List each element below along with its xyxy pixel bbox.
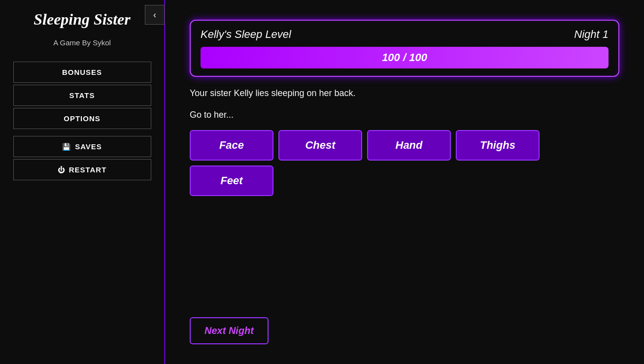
sleep-level-label: Kelly's Sleep Level xyxy=(201,28,291,41)
back-icon: ‹ xyxy=(153,10,156,20)
saves-label: SAVES xyxy=(75,142,102,151)
thighs-button[interactable]: Thighs xyxy=(456,130,540,161)
stats-button[interactable]: STATS xyxy=(13,85,151,106)
bonuses-button[interactable]: BONUSES xyxy=(13,62,151,83)
power-icon xyxy=(58,165,65,174)
description-text: Your sister Kelly lies sleeping on her b… xyxy=(190,87,619,100)
sleep-bar: 100 / 100 xyxy=(201,47,609,68)
action-buttons: Face Chest Hand Thighs Feet xyxy=(190,130,619,196)
chest-button[interactable]: Chest xyxy=(278,130,362,161)
sleep-bar-text: 100 / 100 xyxy=(382,51,427,64)
options-button[interactable]: OPTIONS xyxy=(13,108,151,129)
sleep-level-header: Kelly's Sleep Level Night 1 xyxy=(201,28,609,41)
back-button[interactable]: ‹ xyxy=(145,5,165,25)
game-subtitle: A Game By Sykol xyxy=(53,38,111,47)
night-label: Night 1 xyxy=(574,28,609,41)
hand-button[interactable]: Hand xyxy=(367,130,451,161)
go-to-her-label: Go to her... xyxy=(190,110,619,120)
next-night-button[interactable]: Next Night xyxy=(190,317,269,344)
main-content: Kelly's Sleep Level Night 1 100 / 100 Yo… xyxy=(165,0,644,364)
floppy-icon xyxy=(62,142,71,151)
restart-label: RESTART xyxy=(69,165,107,174)
feet-button[interactable]: Feet xyxy=(190,165,273,196)
restart-button[interactable]: RESTART xyxy=(13,159,151,180)
sidebar: ‹ Sleeping Sister A Game By Sykol BONUSE… xyxy=(0,0,165,364)
face-button[interactable]: Face xyxy=(190,130,273,161)
saves-button[interactable]: SAVES xyxy=(13,136,151,157)
sleep-level-panel: Kelly's Sleep Level Night 1 100 / 100 xyxy=(190,20,619,77)
game-title: Sleeping Sister xyxy=(24,10,140,29)
